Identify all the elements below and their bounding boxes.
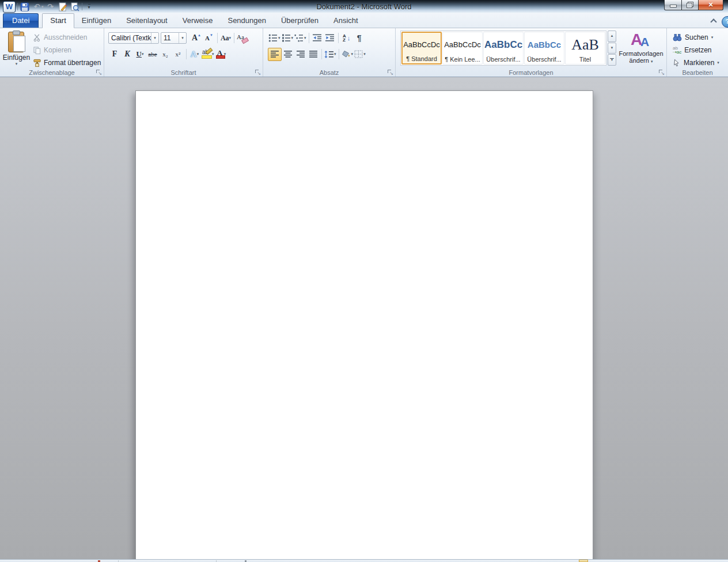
restore-button[interactable] (682, 0, 699, 10)
find-button[interactable]: Suchen ▾ (673, 31, 719, 44)
style-name: ¶ Standard (406, 55, 437, 62)
status-view-button[interactable] (579, 560, 588, 562)
separator (321, 49, 322, 59)
change-styles-label-1: Formatvorlagen (619, 50, 663, 57)
group-paragraph: ▾ ▾ ▾ AZ (263, 28, 396, 77)
tab-einfuegen[interactable]: Einfügen (74, 14, 119, 28)
replace-label: Ersetzen (684, 46, 711, 54)
strikethrough-icon: abe (148, 51, 157, 58)
font-row-1: Calibri (Textkö ▾ 11 ▾ A▲ A▼ Aa▾ Aa (104, 31, 263, 45)
increase-indent-button[interactable] (324, 32, 336, 44)
gallery-more-button[interactable]: ▼ (608, 54, 616, 66)
font-size-value: 11 (161, 34, 179, 42)
subscript-button[interactable]: x₂ (159, 48, 172, 60)
replace-button[interactable]: ab⇢ac Ersetzen (673, 44, 719, 56)
strikethrough-button[interactable]: abe (146, 48, 159, 60)
paragraph-dialog-launcher-icon[interactable] (387, 69, 393, 75)
copy-icon (33, 46, 41, 55)
help-icon: ? (726, 18, 728, 25)
dropdown-arrow-icon[interactable]: ▾ (179, 33, 186, 43)
line-spacing-button[interactable]: ▾ (324, 48, 337, 60)
tab-ansicht[interactable]: Ansicht (326, 14, 366, 28)
minimize-ribbon-button[interactable] (708, 17, 719, 25)
paste-button[interactable]: Einfügen ▾ (3, 31, 30, 68)
group-clipboard: Einfügen ▾ Ausschneiden Kopieren Format … (0, 28, 104, 77)
change-styles-button[interactable]: AA Formatvorlagen ändern ▾ (618, 31, 664, 66)
show-formatting-marks-button[interactable]: ¶ (353, 32, 366, 44)
select-button[interactable]: Markieren ▾ (673, 56, 719, 69)
grow-font-button[interactable]: A▲ (190, 32, 203, 44)
close-button[interactable]: ✕ (699, 0, 723, 10)
styles-dialog-launcher-icon[interactable] (658, 69, 665, 75)
align-center-icon (284, 51, 293, 58)
dropdown-arrow-icon: ▾ (711, 35, 714, 40)
document-workspace[interactable] (0, 77, 728, 559)
underline-button[interactable]: U▾ (134, 48, 146, 60)
clear-formatting-button[interactable]: Aa (236, 32, 249, 44)
replace-icon: ab⇢ac (673, 46, 681, 54)
copy-button[interactable]: Kopieren (33, 44, 102, 56)
borders-button[interactable]: ▾ (354, 48, 366, 60)
text-effects-button[interactable]: A▾ (188, 48, 201, 60)
style-ueberschrift-1[interactable]: AaBbCc Überschrif... (483, 32, 524, 64)
style-name: Titel (579, 56, 591, 63)
tab-verweise[interactable]: Verweise (175, 14, 221, 28)
increase-indent-icon (325, 34, 335, 42)
change-case-button[interactable]: Aa▾ (219, 32, 232, 44)
style-ueberschrift-2[interactable]: AaBbCc Überschrif... (524, 32, 564, 64)
justify-button[interactable] (307, 48, 320, 60)
restore-icon (687, 2, 693, 7)
numbering-button[interactable]: ▾ (281, 32, 294, 44)
gallery-scroll-down-button[interactable]: ▼ (608, 43, 616, 54)
tab-ueberpruefen[interactable]: Überprüfen (274, 14, 326, 28)
cut-button[interactable]: Ausschneiden (33, 31, 102, 44)
font-group-label: Schriftart (104, 69, 263, 76)
text-highlight-button[interactable]: ab ▾ (201, 48, 215, 60)
decrease-indent-button[interactable] (311, 32, 324, 44)
font-name-combo[interactable]: Calibri (Textkö ▾ (108, 32, 159, 44)
shrink-font-button[interactable]: A▼ (203, 32, 215, 44)
minimize-button[interactable] (664, 0, 682, 10)
format-painter-button[interactable]: Format übertragen (33, 56, 102, 69)
font-size-combo[interactable]: 11 ▾ (161, 32, 187, 44)
style-name: Überschrif... (486, 56, 520, 63)
styles-gallery-scroll: ▲ ▼ ▼ (608, 31, 616, 66)
superscript-button[interactable]: x² (172, 48, 184, 60)
clipboard-dialog-launcher-icon[interactable] (96, 69, 102, 75)
select-label: Markieren (684, 59, 714, 67)
multilevel-list-button[interactable]: ▾ (294, 32, 307, 44)
tab-start[interactable]: Start (42, 13, 74, 28)
borders-icon (354, 50, 363, 58)
align-center-button[interactable] (282, 48, 294, 60)
word-window: W ↶ ▾ ↷ ▾ Dokument2 - Microsoft Word ✕ D (0, 0, 728, 562)
bullets-button[interactable]: ▾ (268, 32, 281, 44)
style-titel[interactable]: AaB Titel (565, 32, 605, 64)
cut-label: Ausschneiden (44, 33, 87, 41)
align-right-icon (297, 51, 305, 58)
style-name: ¶ Kein Lee... (445, 56, 480, 63)
window-title: Dokument2 - Microsoft Word (0, 2, 728, 11)
style-kein-leerraum[interactable]: AaBbCcDc ¶ Kein Lee... (442, 32, 483, 64)
sort-button[interactable]: AZ ↓ (340, 32, 353, 44)
group-font: Calibri (Textkö ▾ 11 ▾ A▲ A▼ Aa▾ Aa (104, 28, 263, 77)
style-standard[interactable]: AaBbCcDc ¶ Standard (401, 32, 442, 64)
tab-seitenlayout[interactable]: Seitenlayout (119, 14, 175, 28)
align-right-button[interactable] (294, 48, 307, 60)
bold-button[interactable]: F (108, 48, 121, 60)
tab-datei[interactable]: Datei (3, 13, 39, 28)
align-left-button[interactable] (268, 48, 282, 61)
group-styles: AaBbCcDc ¶ Standard AaBbCcDc ¶ Kein Lee.… (396, 28, 667, 77)
font-dialog-launcher-icon[interactable] (255, 69, 261, 75)
font-name-value: Calibri (Textkö (109, 34, 151, 42)
format-painter-label: Format übertragen (44, 59, 101, 67)
italic-button[interactable]: K (121, 48, 134, 60)
font-color-button[interactable]: A ▾ (215, 48, 227, 60)
format-painter-icon (33, 59, 41, 67)
shading-button[interactable]: ▾ (341, 48, 354, 60)
gallery-scroll-up-button[interactable]: ▲ (608, 31, 616, 42)
tab-sendungen[interactable]: Sendungen (220, 14, 274, 28)
separator (338, 33, 339, 43)
document-page[interactable] (135, 90, 593, 559)
dropdown-arrow-icon[interactable]: ▾ (151, 33, 158, 43)
help-button[interactable]: ? (722, 16, 728, 28)
